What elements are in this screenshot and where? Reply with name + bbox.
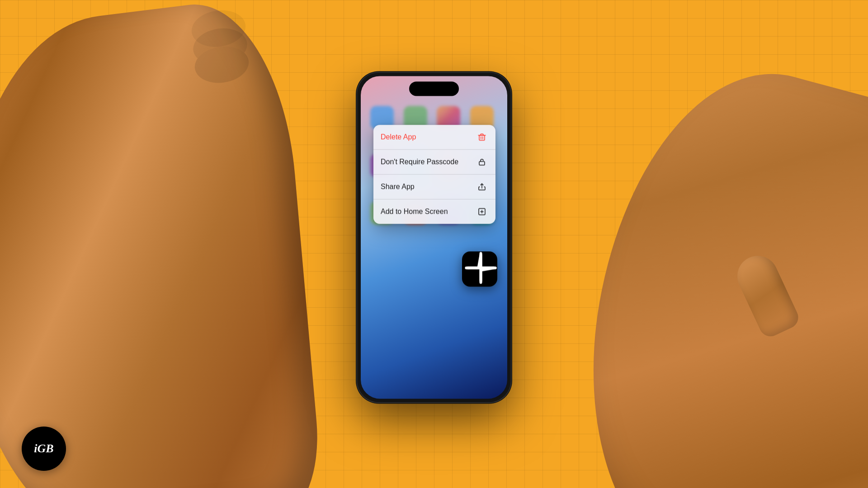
dynamic-island [409, 81, 459, 96]
delete-app-label: Delete App [381, 133, 416, 141]
left-hand [0, 0, 325, 488]
menu-item-share-app[interactable]: Share App [373, 174, 495, 199]
menu-item-add-home[interactable]: Add to Home Screen [373, 199, 495, 224]
phone-screen: Delete App Don't Require Passcode [361, 76, 507, 399]
menu-item-delete-app[interactable]: Delete App [373, 125, 495, 150]
trash-icon [476, 131, 488, 143]
passcode-label: Don't Require Passcode [381, 158, 458, 166]
x-logo-symbol [462, 251, 498, 287]
share-app-label: Share App [381, 183, 415, 191]
share-icon [476, 180, 488, 193]
igb-logo-text: iGB [34, 442, 53, 455]
phone-frame: Delete App Don't Require Passcode [357, 72, 511, 402]
context-menu: Delete App Don't Require Passcode [373, 125, 495, 224]
right-hand [560, 38, 868, 488]
menu-item-passcode[interactable]: Don't Require Passcode [373, 150, 495, 174]
lock-open-icon [476, 155, 488, 168]
add-home-icon [476, 205, 488, 218]
svg-rect-0 [479, 135, 485, 140]
igb-logo-badge: iGB [22, 427, 66, 471]
svg-rect-1 [479, 161, 485, 165]
x-twitter-app-icon[interactable] [462, 251, 497, 286]
main-scene: Delete App Don't Require Passcode [0, 0, 868, 488]
add-home-label: Add to Home Screen [381, 207, 448, 216]
